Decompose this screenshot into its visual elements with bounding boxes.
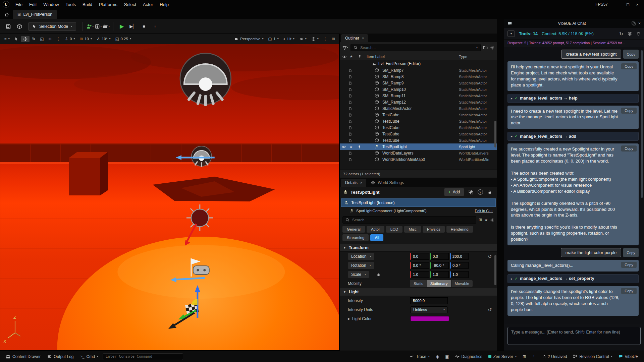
perspective-dropdown[interactable]: Perspective ▾	[232, 36, 265, 42]
copy-button[interactable]: Copy	[621, 145, 637, 152]
home-button[interactable]	[2, 10, 11, 19]
grid-snap-dropdown[interactable]: ⊞ 10 ▾	[77, 36, 94, 42]
tool-expander-icon[interactable]: ▸	[511, 276, 513, 281]
outliner-row[interactable]: ★ SM_Ramp8 StaticMeshActor	[340, 73, 497, 80]
visibility-eye-icon[interactable]	[342, 145, 346, 149]
outliner-row[interactable]: ★ SM_Ramp9 StaticMeshActor	[340, 80, 497, 86]
rotation-z-field[interactable]	[450, 262, 469, 269]
menu-item[interactable]: File	[12, 1, 26, 8]
copy-button[interactable]: Copy	[621, 108, 637, 114]
clear-chat-button[interactable]	[636, 32, 641, 36]
scale-lock-icon[interactable]	[377, 273, 380, 277]
light-section-header[interactable]: ▼Light	[340, 288, 497, 296]
zen-server-dropdown[interactable]: Zen Server▾	[486, 354, 519, 359]
help-button[interactable]: ?	[478, 189, 483, 195]
outliner-row[interactable]: ★ TestCube StaticMeshActor	[340, 112, 497, 118]
output-log-button[interactable]: Output Log	[45, 354, 76, 359]
world-coordinate-button[interactable]: ⊕	[46, 36, 54, 42]
insights-button[interactable]: ◉	[433, 354, 441, 359]
menu-item[interactable]: Build	[79, 1, 96, 8]
new-folder-button[interactable]	[483, 45, 488, 50]
location-x-field[interactable]	[410, 253, 429, 260]
light-color-expander-icon[interactable]: ▶	[348, 317, 350, 320]
copy-button[interactable]: Copy	[623, 50, 639, 59]
console-command-input[interactable]	[103, 353, 183, 360]
favorite-star-icon[interactable]: ★	[350, 145, 353, 148]
outliner-row[interactable]: ★ SM_Ramp11 StaticMeshActor	[340, 93, 497, 99]
copy-button[interactable]: Copy	[623, 248, 639, 257]
menu-item[interactable]: Tools	[62, 1, 79, 8]
mobility-option-button[interactable]: Movable	[451, 280, 473, 287]
favorites-button[interactable]: ★	[484, 218, 488, 222]
display-options-button[interactable]: ⊞	[479, 218, 482, 222]
lit-mode-dropdown[interactable]: ◐ Lit ▾	[281, 36, 297, 42]
component-row[interactable]: SpotLightComponent (LightComponent0) Edi…	[340, 207, 497, 215]
outliner-row[interactable]: ★ WorldDataLayers WorldDataLayers	[340, 150, 497, 156]
outliner-search[interactable]: ▾	[351, 44, 481, 51]
item-label-column[interactable]: Item Label	[367, 55, 385, 59]
outliner-row[interactable]: ★ TestSpotLight SpotLight	[340, 143, 497, 150]
outliner-row[interactable]: ★ SM_Ramp12 StaticMeshActor	[340, 99, 497, 105]
menu-item[interactable]: Help	[156, 1, 172, 8]
content-drawer-button[interactable]: Content Drawer	[3, 354, 43, 359]
history-button[interactable]	[628, 32, 632, 36]
filter-chip[interactable]: Physics	[423, 226, 445, 233]
mobility-option-button[interactable]: Static	[410, 280, 427, 287]
minimize-button[interactable]: —	[614, 2, 623, 7]
close-icon[interactable]: ×	[360, 181, 362, 185]
outliner-scrollbar[interactable]	[494, 121, 496, 147]
diagnostics-button[interactable]: Diagnostics	[453, 354, 485, 359]
menu-item[interactable]: Select	[121, 1, 140, 8]
tab-world-settings[interactable]: World Settings	[367, 179, 408, 187]
outliner-row[interactable]: ★ SM_Ramp7 StaticMeshActor	[340, 67, 497, 73]
lock-button[interactable]	[486, 190, 494, 194]
unsaved-button[interactable]: 2 Unsaved	[540, 354, 569, 359]
tab-details[interactable]: Details ×	[341, 179, 366, 187]
refresh-button[interactable]: ↻	[619, 31, 623, 37]
maximize-button[interactable]: □	[624, 2, 632, 7]
details-search-input[interactable]	[352, 218, 473, 222]
pin-icon[interactable]	[358, 145, 361, 148]
filter-chip[interactable]: General	[342, 226, 365, 233]
select-tool-button[interactable]	[12, 36, 20, 42]
vibeue-button[interactable]: VibeUE	[616, 354, 641, 359]
scale-y-field[interactable]	[430, 271, 449, 278]
trace-dropdown[interactable]: Trace▾	[408, 354, 432, 359]
outliner-row[interactable]: ★ TestCube StaticMeshActor	[340, 124, 497, 131]
viewport-settings-dropdown[interactable]: ▾	[309, 36, 321, 42]
tool-expander-icon[interactable]: ▸	[511, 134, 513, 139]
filter-chip[interactable]: Actor	[367, 226, 384, 233]
outliner-settings-button[interactable]	[490, 46, 494, 50]
dock-layout-icon[interactable]	[632, 21, 636, 25]
outliner-row[interactable]: ★ TestCube StaticMeshActor	[340, 118, 497, 124]
outliner-row[interactable]: ★ TestCube StaticMeshActor	[340, 131, 497, 137]
light-color-swatch[interactable]	[410, 316, 449, 321]
scale-dropdown[interactable]: Scale▾	[348, 271, 369, 278]
chat-scrollbar[interactable]	[641, 50, 643, 198]
reset-units-icon[interactable]: ↺	[488, 307, 492, 312]
outliner-row[interactable]: ★ TestCube StaticMeshActor	[340, 137, 497, 143]
tab-outliner[interactable]: Outliner ×	[341, 34, 368, 42]
details-scrollbar[interactable]	[494, 255, 496, 285]
save-button[interactable]	[3, 21, 13, 32]
close-icon[interactable]: ×	[362, 36, 364, 40]
convert-blueprint-button[interactable]	[467, 190, 475, 194]
rotation-dropdown[interactable]: Rotation▾	[348, 262, 374, 269]
menu-item[interactable]: Edit	[26, 1, 40, 8]
details-settings-button[interactable]	[490, 218, 494, 222]
viewport-kebab-icon[interactable]: ⋮	[321, 36, 329, 42]
collapse-chat-button[interactable]: ▾	[507, 31, 515, 37]
show-flags-dropdown[interactable]: ▾	[297, 36, 309, 42]
scale-tool-button[interactable]: ◱	[38, 36, 46, 42]
stop-button[interactable]: ■	[139, 21, 149, 32]
chat-message-input[interactable]	[507, 327, 641, 345]
mobility-option-button[interactable]: Stationary	[427, 280, 451, 287]
copy-button[interactable]: Copy	[621, 262, 637, 268]
tool-expander-icon[interactable]: ▸	[511, 96, 513, 101]
edit-in-cpp-link[interactable]: Edit in C++	[475, 209, 493, 213]
filter-chip[interactable]: Streaming	[342, 234, 369, 241]
pin-column-icon[interactable]	[358, 55, 362, 58]
close-icon[interactable]: ×	[638, 21, 641, 26]
filter-button[interactable]: ▾	[342, 46, 348, 50]
status-kebab-icon[interactable]: ⋮	[530, 354, 538, 359]
